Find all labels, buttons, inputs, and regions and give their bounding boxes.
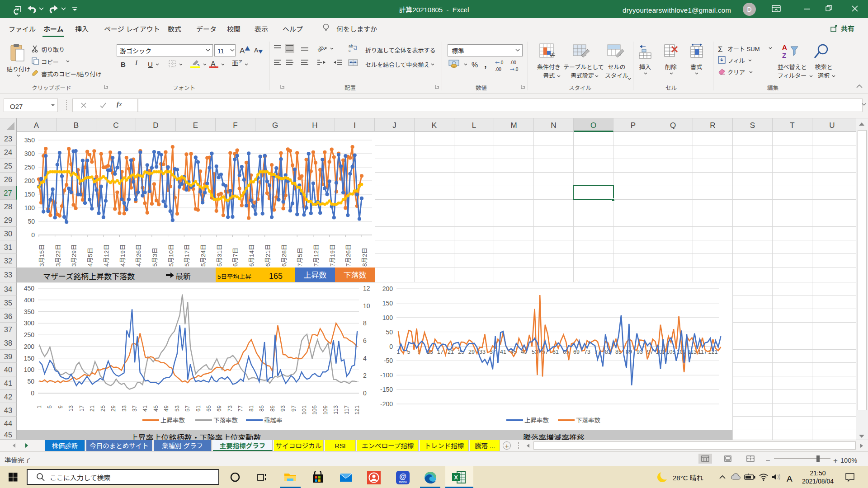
svg-text:200: 200 xyxy=(382,284,393,293)
svg-text:93: 93 xyxy=(278,405,287,412)
svg-text:121: 121 xyxy=(352,405,361,415)
svg-text:4月26日: 4月26日 xyxy=(133,244,142,267)
svg-text:7月12日: 7月12日 xyxy=(311,244,320,267)
svg-text:12: 12 xyxy=(363,283,370,292)
svg-text:-200: -200 xyxy=(380,399,393,408)
svg-text:4月12日: 4月12日 xyxy=(101,244,110,267)
svg-text:-100: -100 xyxy=(380,370,393,379)
svg-text:3月22日: 3月22日 xyxy=(53,244,62,267)
svg-text:100: 100 xyxy=(24,203,35,212)
svg-text:5月24日: 5月24日 xyxy=(198,244,207,267)
svg-text:X: X xyxy=(454,473,458,481)
svg-text:0: 0 xyxy=(389,342,393,351)
svg-text:200: 200 xyxy=(24,342,35,351)
svg-text:2: 2 xyxy=(363,371,367,380)
svg-text:8: 8 xyxy=(363,318,367,327)
svg-text:49: 49 xyxy=(161,405,170,412)
svg-text:57: 57 xyxy=(183,405,191,412)
svg-text:50: 50 xyxy=(28,216,35,225)
svg-text:25: 25 xyxy=(98,405,107,412)
svg-text:6月21日: 6月21日 xyxy=(263,244,272,267)
svg-text:上昇率数: 上昇率数 xyxy=(524,415,549,424)
svg-text:5月3日: 5月3日 xyxy=(150,248,159,267)
svg-text:7月26日: 7月26日 xyxy=(343,244,352,267)
svg-text:100: 100 xyxy=(24,365,35,374)
svg-text:8月2日: 8月2日 xyxy=(359,248,368,267)
svg-text:73: 73 xyxy=(225,405,234,412)
svg-text:21: 21 xyxy=(87,405,96,412)
svg-text:0: 0 xyxy=(31,388,34,397)
svg-text:85: 85 xyxy=(257,405,265,412)
svg-text:下落率数: 下落率数 xyxy=(576,415,600,424)
svg-text:13: 13 xyxy=(66,405,75,412)
svg-text:53: 53 xyxy=(172,405,181,412)
svg-text:45: 45 xyxy=(151,405,160,412)
svg-text:乖離率: 乖離率 xyxy=(264,415,283,424)
svg-text:4: 4 xyxy=(363,353,367,362)
svg-text:0: 0 xyxy=(31,230,35,239)
svg-text:0: 0 xyxy=(363,388,367,397)
svg-text:9: 9 xyxy=(56,405,64,408)
svg-text:101: 101 xyxy=(299,405,308,415)
svg-text:50: 50 xyxy=(386,327,393,336)
svg-text:200: 200 xyxy=(24,176,35,185)
svg-text:menu: menu xyxy=(399,479,407,484)
svg-text:109: 109 xyxy=(321,405,329,415)
svg-text:53: 53 xyxy=(532,347,538,356)
svg-text:150: 150 xyxy=(24,353,35,362)
svg-text:6月28日: 6月28日 xyxy=(279,244,288,267)
svg-text:33: 33 xyxy=(119,405,128,412)
svg-text:450: 450 xyxy=(24,283,35,292)
svg-text:-150: -150 xyxy=(380,385,393,394)
svg-text:c: c xyxy=(349,47,351,53)
svg-text:400: 400 xyxy=(24,295,35,304)
svg-text:350: 350 xyxy=(24,307,35,316)
svg-text:50: 50 xyxy=(27,376,34,385)
svg-text:7月5日: 7月5日 xyxy=(295,248,304,267)
svg-text:41: 41 xyxy=(140,405,149,412)
svg-text:6月14日: 6月14日 xyxy=(246,244,255,267)
svg-text:5: 5 xyxy=(407,347,410,356)
svg-text:5月17日: 5月17日 xyxy=(182,244,191,267)
svg-text:250: 250 xyxy=(24,330,35,339)
svg-text:300: 300 xyxy=(24,318,35,327)
svg-text:41: 41 xyxy=(500,347,506,356)
svg-text:4月5日: 4月5日 xyxy=(85,248,94,267)
svg-text:3月29日: 3月29日 xyxy=(69,244,78,267)
svg-text:4月19日: 4月19日 xyxy=(118,244,127,267)
svg-text:6月7日: 6月7日 xyxy=(230,248,239,267)
svg-text:77: 77 xyxy=(236,405,244,412)
svg-text:5月31日: 5月31日 xyxy=(214,244,223,267)
svg-text:29: 29 xyxy=(468,347,475,356)
svg-text:97: 97 xyxy=(289,405,297,412)
svg-text:150: 150 xyxy=(382,298,393,307)
svg-text:81: 81 xyxy=(246,405,255,412)
svg-text:65: 65 xyxy=(204,405,212,412)
svg-text:37: 37 xyxy=(130,405,138,412)
svg-text:≠: ≠ xyxy=(549,49,556,60)
svg-text:5: 5 xyxy=(45,405,53,408)
svg-text:61: 61 xyxy=(193,405,202,412)
svg-text:100: 100 xyxy=(382,313,393,322)
svg-text:1: 1 xyxy=(34,405,43,408)
svg-text:10: 10 xyxy=(363,301,370,310)
svg-text:7月19日: 7月19日 xyxy=(327,244,336,267)
svg-text:-50: -50 xyxy=(384,356,393,365)
svg-text:113: 113 xyxy=(331,405,340,414)
svg-text:6: 6 xyxy=(363,336,367,345)
svg-text:下落率数: 下落率数 xyxy=(213,415,238,424)
svg-text:300: 300 xyxy=(24,149,35,158)
svg-text:69: 69 xyxy=(214,405,223,412)
svg-text:3月15日: 3月15日 xyxy=(37,244,46,267)
svg-text:150: 150 xyxy=(24,189,35,198)
svg-text:Z: Z xyxy=(782,50,786,60)
svg-text:117: 117 xyxy=(342,405,350,414)
svg-text:ab: ab xyxy=(316,44,326,53)
svg-text:5月10日: 5月10日 xyxy=(166,244,175,267)
svg-text:89: 89 xyxy=(268,405,276,412)
svg-text:33: 33 xyxy=(479,347,486,356)
svg-text:29: 29 xyxy=(108,405,117,412)
svg-text:17: 17 xyxy=(77,405,85,412)
svg-text:250: 250 xyxy=(24,162,35,171)
svg-text:350: 350 xyxy=(24,135,35,144)
